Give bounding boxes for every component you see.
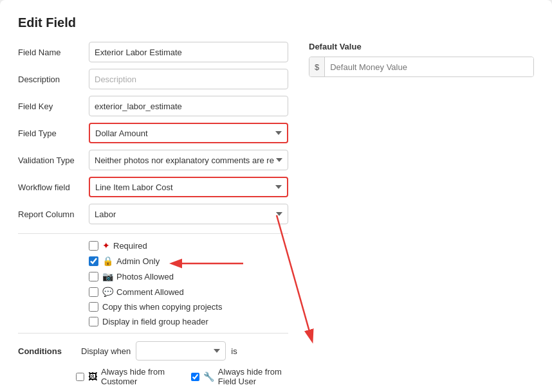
required-row: ✦ Required xyxy=(89,240,288,251)
conditions-section: Conditions Display when is 🖼 Always hide… xyxy=(18,333,288,386)
validation-type-label: Validation Type xyxy=(18,156,89,165)
camera-icon: 📷 xyxy=(102,271,113,281)
field-name-input[interactable] xyxy=(89,42,288,62)
copy-checkbox[interactable] xyxy=(89,302,98,312)
checkbox-group: ✦ Required 🔒 Admin Only xyxy=(89,240,288,326)
customer-icon: 🖼 xyxy=(88,371,97,382)
field-key-input[interactable] xyxy=(89,96,288,116)
edit-field-modal: Edit Field Field Name Description Field … xyxy=(0,0,552,392)
money-input-wrap: $ xyxy=(309,57,534,77)
display-header-row: Display in field group header xyxy=(89,317,288,326)
display-header-label: Display in field group header xyxy=(102,317,208,326)
comment-allowed-checkbox[interactable] xyxy=(89,287,98,297)
description-input[interactable] xyxy=(89,69,288,89)
is-label: is xyxy=(231,346,237,356)
field-user-icon: 🔧 xyxy=(203,371,214,382)
description-row: Description xyxy=(18,69,288,89)
field-type-select[interactable]: Dollar Amount xyxy=(89,123,288,143)
form-left: Field Name Description Field Key Field T… xyxy=(18,42,288,386)
admin-arrow xyxy=(166,257,243,270)
form-right: Default Value $ xyxy=(288,42,534,386)
hide-checkboxes: 🖼 Always hide from Customer 🔧 Always hid… xyxy=(76,367,288,386)
field-key-label: Field Key xyxy=(18,102,89,111)
hide-from-field-user-label: Always hide from Field User xyxy=(218,367,288,386)
required-label: ✦ Required xyxy=(102,240,147,251)
conditions-row: Conditions Display when is xyxy=(18,341,288,361)
field-name-label: Field Name xyxy=(18,48,89,57)
description-label: Description xyxy=(18,75,89,84)
required-checkbox[interactable] xyxy=(89,241,98,251)
workflow-field-row: Workflow field Line Item Labor Cost xyxy=(18,177,288,197)
money-prefix: $ xyxy=(309,57,325,76)
validation-type-select[interactable]: Neither photos nor explanatory comments … xyxy=(89,150,288,170)
hide-from-field-user-checkbox[interactable] xyxy=(191,373,199,381)
hide-from-field-user-item: 🔧 Always hide from Field User xyxy=(191,367,288,386)
photos-allowed-row: 📷 Photos Allowed xyxy=(89,271,288,281)
photos-allowed-checkbox[interactable] xyxy=(89,272,98,281)
money-input[interactable] xyxy=(325,57,533,76)
report-column-label: Report Column xyxy=(18,209,89,219)
field-key-row: Field Key xyxy=(18,96,288,116)
report-column-select[interactable]: Labor xyxy=(89,204,288,224)
comment-allowed-row: 💬 Comment Allowed xyxy=(89,287,288,297)
comment-allowed-label: 💬 Comment Allowed xyxy=(102,287,184,297)
field-name-row: Field Name xyxy=(18,42,288,62)
admin-only-label: 🔒 Admin Only xyxy=(102,256,160,266)
hide-from-customer-checkbox[interactable] xyxy=(76,373,84,381)
admin-only-row: 🔒 Admin Only xyxy=(89,256,288,266)
hide-from-customer-label: Always hide from Customer xyxy=(101,367,170,386)
copy-row: Copy this when copying projects xyxy=(89,302,288,312)
report-column-row: Report Column Labor xyxy=(18,204,288,224)
conditions-select[interactable] xyxy=(136,341,226,361)
divider xyxy=(18,233,288,234)
hide-from-customer-item: 🖼 Always hide from Customer xyxy=(76,367,170,386)
conditions-label: Conditions xyxy=(18,346,76,356)
comment-icon: 💬 xyxy=(102,287,113,297)
default-value-label: Default Value xyxy=(309,42,534,51)
display-header-checkbox[interactable] xyxy=(89,317,98,326)
field-type-label: Field Type xyxy=(18,129,89,138)
workflow-field-label: Workflow field xyxy=(18,183,89,192)
display-when-label: Display when xyxy=(81,346,131,356)
admin-only-checkbox[interactable] xyxy=(89,256,98,266)
photos-allowed-label: 📷 Photos Allowed xyxy=(102,271,174,281)
lock-icon: 🔒 xyxy=(102,256,113,266)
copy-label: Copy this when copying projects xyxy=(102,302,222,312)
modal-title: Edit Field xyxy=(18,15,534,30)
workflow-field-select[interactable]: Line Item Labor Cost xyxy=(89,177,288,197)
star-icon: ✦ xyxy=(102,240,110,251)
field-type-row: Field Type Dollar Amount xyxy=(18,123,288,143)
validation-type-row: Validation Type Neither photos nor expla… xyxy=(18,150,288,170)
